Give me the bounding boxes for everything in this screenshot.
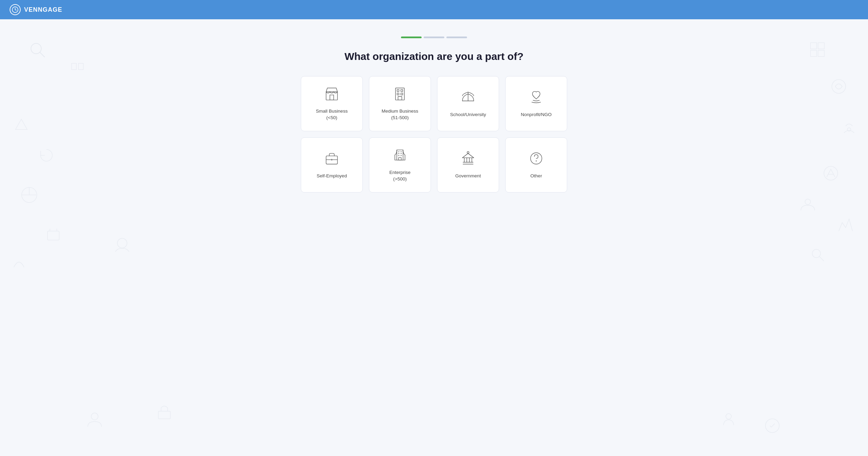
org-card-nonprofit[interactable]: Nonprofit/NGO — [505, 76, 567, 131]
svg-rect-10 — [818, 50, 824, 56]
svg-rect-20 — [158, 411, 170, 419]
government-icon — [461, 151, 476, 168]
svg-point-11 — [832, 80, 846, 93]
svg-rect-45 — [399, 157, 401, 160]
svg-rect-8 — [818, 43, 824, 49]
main-content: What organization are you a part of? Sma… — [0, 19, 868, 456]
org-card-small-business-label: Small Business (<50) — [316, 108, 348, 121]
logo: VENNGAGE — [10, 4, 62, 15]
logo-text: VENNGAGE — [24, 6, 62, 13]
svg-rect-24 — [395, 88, 404, 100]
svg-rect-7 — [811, 43, 817, 49]
progress-step-1 — [401, 37, 422, 38]
svg-rect-26 — [401, 90, 403, 92]
logo-icon — [10, 4, 21, 15]
organization-options: Small Business (<50) Medium Business (51… — [301, 76, 567, 193]
org-card-small-business[interactable]: Small Business (<50) — [301, 76, 363, 131]
enterprise-icon — [392, 147, 407, 165]
progress-bar — [401, 37, 467, 38]
org-card-other[interactable]: Other — [505, 137, 567, 193]
svg-point-21 — [726, 414, 731, 419]
svg-point-13 — [824, 166, 838, 180]
svg-rect-23 — [330, 95, 334, 100]
svg-point-55 — [536, 160, 537, 162]
org-card-government-label: Government — [455, 173, 481, 179]
org-card-nonprofit-label: Nonprofit/NGO — [521, 112, 551, 118]
svg-line-16 — [819, 257, 824, 261]
svg-point-15 — [812, 249, 821, 258]
question-icon — [529, 151, 544, 168]
svg-point-1 — [31, 43, 41, 54]
org-card-school[interactable]: School/University — [437, 76, 499, 131]
building-icon — [392, 86, 407, 103]
svg-point-18 — [765, 419, 779, 433]
svg-point-19 — [117, 238, 127, 248]
org-card-medium-business[interactable]: Medium Business (51-500) — [369, 76, 431, 131]
org-card-self-employed-label: Self-Employed — [317, 173, 347, 179]
school-icon — [461, 90, 476, 107]
svg-rect-28 — [401, 93, 403, 95]
svg-rect-4 — [78, 63, 83, 70]
svg-point-53 — [467, 151, 469, 153]
header: VENNGAGE — [0, 0, 868, 19]
svg-point-12 — [847, 128, 851, 131]
svg-rect-9 — [811, 50, 817, 56]
briefcase-icon — [324, 151, 339, 168]
svg-point-14 — [805, 199, 811, 205]
org-card-government[interactable]: Government — [437, 137, 499, 193]
store-icon — [324, 86, 339, 103]
svg-rect-25 — [397, 90, 399, 92]
svg-point-5 — [22, 187, 37, 203]
progress-step-2 — [424, 37, 444, 38]
org-card-school-label: School/University — [450, 112, 486, 118]
org-card-enterprise[interactable]: Enterprise (>500) — [369, 137, 431, 193]
org-card-self-employed[interactable]: Self-Employed — [301, 137, 363, 193]
page-title: What organization are you a part of? — [345, 51, 523, 62]
svg-rect-27 — [397, 93, 399, 95]
svg-rect-3 — [72, 63, 76, 70]
nonprofit-icon — [529, 90, 544, 107]
org-card-other-label: Other — [530, 173, 542, 179]
svg-rect-36 — [397, 150, 403, 160]
org-card-medium-business-label: Medium Business (51-500) — [382, 108, 419, 121]
svg-rect-6 — [47, 231, 59, 240]
progress-step-3 — [446, 37, 467, 38]
svg-line-2 — [40, 52, 45, 57]
org-card-enterprise-label: Enterprise (>500) — [389, 169, 411, 183]
svg-point-17 — [91, 413, 98, 420]
svg-rect-29 — [398, 96, 402, 100]
